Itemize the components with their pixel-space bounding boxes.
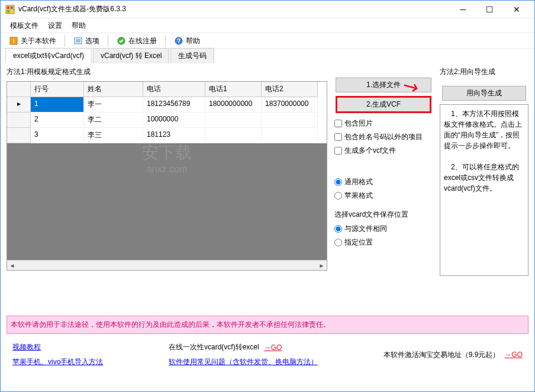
maximize-button[interactable]: ☐	[476, 1, 503, 18]
cell-rownum[interactable]: 2	[31, 113, 84, 128]
toolbar-options-label: 选项	[85, 36, 99, 46]
close-button[interactable]: ✕	[503, 1, 530, 18]
menubar: 模板文件 设置 帮助	[1, 18, 534, 33]
help-icon: ?	[174, 36, 183, 46]
method2-label: 方法2:用向导生成	[440, 66, 528, 78]
col-header-phone2[interactable]: 电话2	[262, 82, 318, 97]
cell-phone1[interactable]	[205, 128, 262, 143]
toolbar-help[interactable]: ? 帮助	[170, 35, 204, 47]
links-center: 在线一次性vcard(vcf)转excel →GO 软件使用常见问题（含软件发货…	[169, 342, 318, 367]
links-left: 视频教程 苹果手机、vivo手机导入方法	[12, 342, 103, 367]
watermark: 安下载 anxz.com	[142, 112, 192, 175]
link-video-tutorial[interactable]: 视频教程	[12, 342, 41, 352]
multiple-vcf-checkbox[interactable]: 生成多个vcf文件	[333, 144, 434, 158]
menu-help[interactable]: 帮助	[67, 19, 91, 33]
include-other-checkbox[interactable]: 包含姓名号码以外的项目	[333, 130, 434, 144]
toolbar-help-label: 帮助	[186, 36, 200, 46]
table-header-row: 行号 姓名 电话 电话1 电话2	[7, 82, 327, 97]
save-same-source-input[interactable]	[334, 225, 342, 233]
disclaimer-banner: 本软件请勿用于非法途径，使用本软件的行为及由此造成的后果，本软件开发者不承担任何…	[7, 316, 528, 334]
save-same-source-label: 与源文件相同	[344, 224, 387, 234]
toolbar: i 关于本软件 选项 在线注册 ? 帮助	[1, 33, 534, 49]
multiple-vcf-label: 生成多个vcf文件	[344, 146, 396, 156]
link-import-guide[interactable]: 苹果手机、vivo手机导入方法	[12, 357, 103, 367]
wizard-generate-button[interactable]: 用向导生成	[442, 86, 527, 101]
link-online-convert-go[interactable]: →GO	[264, 343, 282, 352]
wizard-description: 1、本方法不用按照模板文件修改格式。点击上面的“用向导生成”，按照提示一步步操作…	[440, 104, 528, 276]
cell-rownum[interactable]: 1	[31, 97, 84, 113]
options-icon	[73, 36, 83, 46]
app-icon	[5, 5, 15, 14]
include-photo-label: 包含照片	[344, 118, 373, 128]
col-header-rownum[interactable]: 行号	[31, 82, 84, 97]
format-universal-radio[interactable]: 通用格式	[333, 175, 434, 189]
save-specified-input[interactable]	[334, 239, 342, 246]
format-apple-input[interactable]	[334, 192, 342, 200]
cell-name[interactable]: 李二	[84, 113, 143, 128]
register-icon	[117, 36, 126, 46]
format-universal-label: 通用格式	[344, 177, 373, 187]
save-specified-label: 指定位置	[344, 237, 373, 248]
toolbar-separator	[165, 35, 166, 47]
window-controls: ─ ☐ ✕	[450, 1, 530, 18]
format-universal-input[interactable]	[334, 178, 342, 186]
svg-rect-2	[11, 7, 13, 9]
data-table[interactable]: 行号 姓名 电话 电话1 电话2 ▸ 1 李一 18123456789 1800…	[7, 81, 327, 271]
horizontal-scrollbar[interactable]: ◄ ►	[7, 260, 327, 270]
svg-text:?: ?	[177, 38, 181, 44]
tab-generate-number[interactable]: 生成号码	[170, 48, 214, 63]
wizard-panel: 方法2:用向导生成 用向导生成 1、本方法不用按照模板文件修改格式。点击上面的“…	[440, 66, 528, 310]
content-panel: 方法1:用模板规定格式生成 行号 姓名 电话 电话1 电话2 ▸ 1 李一 18…	[1, 63, 534, 312]
col-header-phone[interactable]: 电话	[143, 82, 205, 97]
cell-rownum[interactable]: 3	[31, 128, 84, 143]
svg-rect-4	[11, 10, 13, 12]
tabs: excel或txt转vCard(vcf) vCard(vcf) 转 Excel …	[1, 49, 534, 63]
link-taobao-text: 本软件激活淘宝交易地址（9.9元起）	[383, 350, 500, 360]
links-right: 本软件激活淘宝交易地址（9.9元起） →GO	[383, 342, 523, 367]
include-other-input[interactable]	[334, 133, 342, 141]
generate-vcf-button[interactable]: 2.生成VCF	[336, 96, 431, 113]
cell-phone1[interactable]: 18000000000	[205, 97, 262, 113]
cell-phone1[interactable]	[205, 113, 262, 128]
menu-template-file[interactable]: 模板文件	[5, 19, 43, 33]
scroll-left-icon[interactable]: ◄	[7, 261, 17, 271]
toolbar-register[interactable]: 在线注册	[113, 35, 160, 47]
scroll-right-icon[interactable]: ►	[317, 261, 327, 271]
cell-phone[interactable]: 18123456789	[143, 97, 205, 113]
svg-rect-3	[7, 10, 9, 12]
include-photo-input[interactable]	[334, 120, 342, 127]
link-faq[interactable]: 软件使用常见问题（含软件发货、换电脑方法）	[169, 357, 318, 367]
cell-name[interactable]: 李三	[84, 128, 143, 143]
cell-phone2[interactable]	[262, 128, 318, 143]
tab-vcard-to-excel[interactable]: vCard(vcf) 转 Excel	[93, 48, 169, 63]
col-header-name[interactable]: 姓名	[84, 82, 143, 97]
multiple-vcf-input[interactable]	[334, 147, 342, 155]
minimize-button[interactable]: ─	[450, 1, 476, 18]
row-indicator-header	[7, 82, 31, 97]
cell-phone2[interactable]: 18370000000	[262, 97, 318, 113]
cell-phone2[interactable]	[262, 113, 318, 128]
toolbar-about[interactable]: i 关于本软件	[5, 35, 60, 47]
include-other-label: 包含姓名号码以外的项目	[344, 132, 423, 142]
save-specified-radio[interactable]: 指定位置	[333, 236, 434, 249]
include-photo-checkbox[interactable]: 包含照片	[333, 117, 434, 130]
col-header-phone1[interactable]: 电话1	[205, 82, 262, 97]
format-apple-radio[interactable]: 苹果格式	[333, 189, 434, 203]
svg-rect-1	[7, 7, 9, 9]
save-same-source-radio[interactable]: 与源文件相同	[333, 222, 434, 236]
menu-settings[interactable]: 设置	[43, 19, 67, 33]
toolbar-separator	[108, 35, 108, 47]
bottom-links: 视频教程 苹果手机、vivo手机导入方法 在线一次性vcard(vcf)转exc…	[1, 338, 534, 372]
link-taobao-go[interactable]: →GO	[504, 351, 523, 359]
wizard-text-2: 2、可以将任意格式的excel或csv文件转换成vcard(vcf)文件。	[444, 162, 524, 194]
titlebar: vCard(vcf)文件生成器-免费版6.3.3 ─ ☐ ✕	[1, 1, 534, 18]
tab-excel-to-vcard[interactable]: excel或txt转vCard(vcf)	[5, 48, 92, 63]
toolbar-options[interactable]: 选项	[70, 35, 103, 47]
cell-name[interactable]: 李一	[84, 97, 143, 113]
table-row[interactable]: ▸ 1 李一 18123456789 18000000000 183700000…	[7, 97, 327, 113]
actions-panel: 1.选择文件 2.生成VCF ↘ 包含照片 包含姓名号码以外的项目 生成多个vc…	[333, 66, 434, 310]
page-title: vCard(vcf)文件生成器-免费版6.3.3	[18, 4, 450, 14]
table-body: ▸ 1 李一 18123456789 18000000000 183700000…	[7, 97, 327, 260]
row-indicator	[7, 128, 31, 143]
about-icon: i	[9, 36, 18, 46]
